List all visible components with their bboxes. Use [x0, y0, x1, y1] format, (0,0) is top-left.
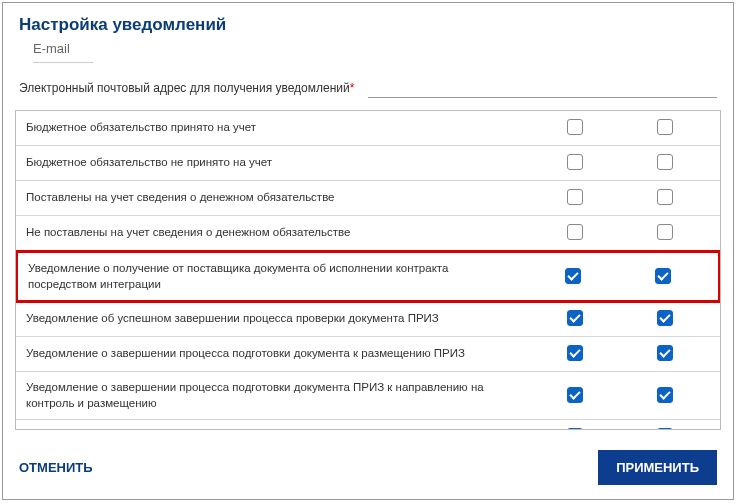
- checkbox-cell: [530, 189, 620, 207]
- checkbox-cell: [530, 387, 620, 405]
- checkbox-cell: [618, 268, 708, 286]
- checkbox[interactable]: [567, 154, 583, 170]
- checkbox[interactable]: [567, 310, 583, 326]
- checkbox[interactable]: [657, 154, 673, 170]
- checkbox[interactable]: [657, 428, 673, 430]
- notification-row: Не поставлены на учет сведения о денежно…: [16, 216, 720, 251]
- checkbox-cell: [528, 268, 618, 286]
- checkbox-cell: [530, 428, 620, 430]
- checkbox-cell: [620, 189, 710, 207]
- checkbox-cell: [620, 154, 710, 172]
- apply-button[interactable]: ПРИМЕНИТЬ: [598, 450, 717, 485]
- notification-row: Бюджетное обязательство не принято на уч…: [16, 146, 720, 181]
- tab-email[interactable]: E-mail: [33, 41, 93, 63]
- notification-row: Бюджетное обязательство принято на учет: [16, 111, 720, 146]
- notification-label: Поставлены на учет сведения о денежном о…: [26, 190, 530, 206]
- checkbox[interactable]: [655, 268, 671, 284]
- checkbox-cell: [530, 224, 620, 242]
- notification-row-highlight: Уведомление о получение от поставщика до…: [15, 250, 721, 303]
- dialog: Настройка уведомлений E-mail Электронный…: [2, 2, 734, 500]
- email-input[interactable]: [368, 79, 717, 98]
- checkbox-cell: [530, 154, 620, 172]
- cancel-button[interactable]: ОТМЕНИТЬ: [19, 460, 93, 475]
- notification-list[interactable]: Бюджетное обязательство принято на учетБ…: [15, 110, 721, 430]
- checkbox[interactable]: [657, 345, 673, 361]
- checkbox[interactable]: [567, 428, 583, 430]
- checkbox[interactable]: [565, 268, 581, 284]
- notification-row: Уведомление о технической ошибке при раб…: [16, 420, 720, 430]
- checkbox-cell: [620, 224, 710, 242]
- email-row: Электронный почтовый адрес для получения…: [3, 69, 733, 104]
- checkbox-cell: [530, 119, 620, 137]
- notification-label: Бюджетное обязательство не принято на уч…: [26, 155, 530, 171]
- checkbox[interactable]: [567, 387, 583, 403]
- checkbox-cell: [620, 119, 710, 137]
- notification-row: Уведомление о завершении процесса подгот…: [16, 337, 720, 372]
- checkbox-cell: [620, 310, 710, 328]
- checkbox[interactable]: [657, 387, 673, 403]
- checkbox[interactable]: [657, 119, 673, 135]
- notification-label: Уведомление о завершении процесса подгот…: [26, 380, 530, 411]
- notification-label: Не поставлены на учет сведения о денежно…: [26, 225, 530, 241]
- checkbox-cell: [620, 345, 710, 363]
- checkbox-cell: [620, 387, 710, 405]
- checkbox[interactable]: [567, 224, 583, 240]
- checkbox-cell: [530, 345, 620, 363]
- notification-label: Уведомление о технической ошибке при раб…: [26, 429, 530, 430]
- header: Настройка уведомлений E-mail: [3, 3, 733, 69]
- checkbox[interactable]: [567, 345, 583, 361]
- notification-row: Уведомление о завершении процесса подгот…: [16, 372, 720, 420]
- checkbox-cell: [530, 310, 620, 328]
- checkbox[interactable]: [657, 310, 673, 326]
- notification-label: Уведомление об успешном завершении проце…: [26, 311, 530, 327]
- checkbox[interactable]: [657, 224, 673, 240]
- footer: ОТМЕНИТЬ ПРИМЕНИТЬ: [3, 436, 733, 499]
- notification-row: Поставлены на учет сведения о денежном о…: [16, 181, 720, 216]
- notification-label: Уведомление о завершении процесса подгот…: [26, 346, 530, 362]
- checkbox[interactable]: [657, 189, 673, 205]
- required-mark: *: [350, 81, 355, 95]
- checkbox[interactable]: [567, 189, 583, 205]
- checkbox[interactable]: [567, 119, 583, 135]
- notification-label: Бюджетное обязательство принято на учет: [26, 120, 530, 136]
- email-label: Электронный почтовый адрес для получения…: [19, 81, 354, 95]
- page-title: Настройка уведомлений: [19, 15, 717, 35]
- checkbox-cell: [620, 428, 710, 430]
- notification-row: Уведомление об успешном завершении проце…: [16, 302, 720, 337]
- notification-label: Уведомление о получение от поставщика до…: [28, 261, 528, 292]
